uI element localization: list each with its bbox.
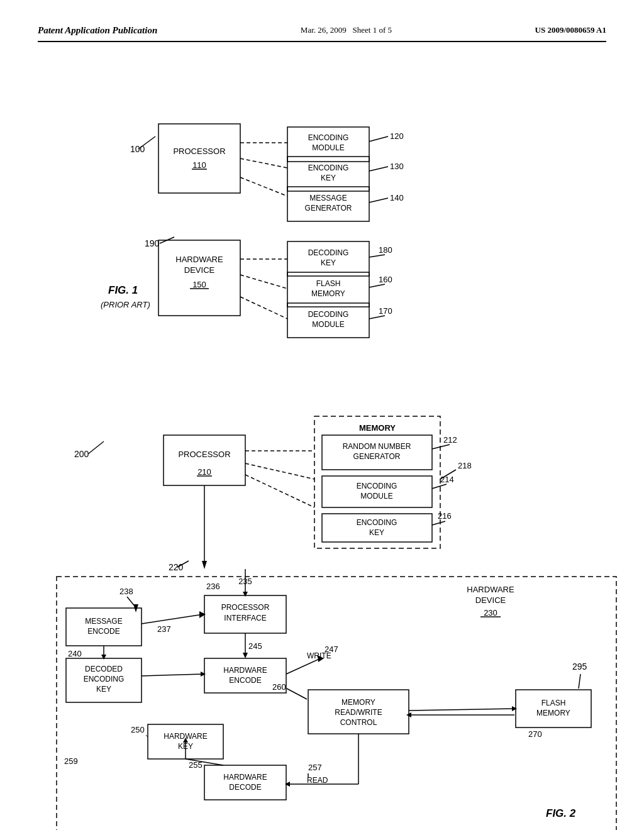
line-proc-to-enc-mod: [245, 463, 314, 479]
ref257-label: 257: [308, 763, 322, 772]
fig2-enc-key-line1: ENCODING: [357, 518, 397, 527]
header-left: Patent Application Publication: [38, 25, 157, 36]
svg-line-36: [579, 674, 580, 689]
ref216-label: 216: [438, 511, 452, 521]
svg-marker-33: [201, 672, 206, 677]
fig2-flash-line2: MEMORY: [536, 709, 570, 717]
message-gen-line1: MESSAGE: [309, 194, 347, 202]
ref259-label: 259: [64, 756, 78, 766]
encoding-module-line1: ENCODING: [308, 133, 349, 142]
ref236-label: 236: [206, 582, 220, 591]
decoded-enc-key-line1: DECODED: [85, 665, 123, 673]
rng-line2: GENERATOR: [353, 452, 401, 461]
fig1-diagram: 100 PROCESSOR 110 ENCODING MODULE 120: [39, 61, 605, 388]
hardware-device-num: 150: [192, 280, 206, 289]
ref240-label: 240: [68, 649, 82, 658]
line-proc-to-enc-key: [245, 475, 314, 507]
processor-text: PROCESSOR: [173, 147, 225, 156]
page-header: Patent Application Publication Mar. 26, …: [38, 25, 606, 42]
decoded-enc-key-line2: ENCODING: [84, 675, 125, 683]
ref180-label: 180: [379, 245, 392, 255]
svg-line-32: [142, 674, 203, 676]
hw-decode-line1: HARDWARE: [223, 773, 267, 782]
fig2-enc-module-line2: MODULE: [360, 492, 392, 501]
svg-line-2: [369, 136, 388, 141]
memory-label: MEMORY: [359, 423, 396, 433]
svg-line-37: [409, 709, 514, 711]
fig2-label: FIG. 2: [546, 807, 576, 819]
hardware-device-box: [158, 240, 240, 316]
fig1-prior-art: (PRIOR ART): [101, 300, 150, 309]
ref140-label: 140: [390, 193, 404, 202]
fig2-processor-box: [164, 435, 245, 485]
message-gen-line2: GENERATOR: [305, 204, 352, 213]
decoding-module-line2: MODULE: [312, 320, 344, 329]
header-date: Mar. 26, 2009: [301, 25, 347, 35]
line-proc-to-encoding-key: [240, 158, 287, 168]
ref214-label: 214: [440, 475, 454, 484]
svg-line-8: [369, 284, 385, 287]
ref218-label: 218: [458, 461, 472, 470]
ref190-label: 190: [145, 238, 160, 248]
ref237-label: 237: [157, 624, 171, 634]
line-hw-to-flash: [240, 275, 287, 289]
page: Patent Application Publication Mar. 26, …: [0, 0, 644, 830]
header-sheet: Sheet 1 of 5: [353, 25, 392, 35]
message-encode-line1: MESSAGE: [85, 617, 122, 626]
line-hw-to-decoding-module: [240, 297, 287, 319]
svg-marker-44: [285, 782, 290, 787]
hw-encode-line2: ENCODE: [229, 676, 261, 685]
message-encode-line2: ENCODE: [87, 627, 119, 636]
encoding-key-line2: KEY: [321, 174, 336, 182]
processor-num-text: 110: [192, 160, 206, 170]
ref120-label: 120: [390, 131, 404, 141]
svg-line-35: [287, 689, 307, 699]
ref220-label: 220: [169, 562, 184, 572]
decoded-enc-key-line3: KEY: [96, 685, 111, 694]
decoding-key-line2: KEY: [321, 258, 336, 267]
processor-box: [158, 124, 240, 193]
svg-line-9: [369, 316, 385, 319]
svg-marker-27: [243, 653, 248, 658]
line-proc-to-message-gen: [240, 177, 287, 196]
hardware-device-outer-box: [57, 577, 616, 830]
header-center: Mar. 26, 2009 Sheet 1 of 5: [301, 25, 392, 35]
proc-interface-line2: INTERFACE: [224, 614, 266, 622]
fig2-enc-module-line1: ENCODING: [357, 482, 397, 490]
ref260-label: 260: [272, 682, 286, 692]
svg-line-24: [142, 614, 203, 624]
ref250-label: 250: [131, 725, 145, 734]
fig2-enc-key-line2: KEY: [369, 528, 384, 537]
ref160-label: 160: [379, 275, 392, 284]
decoding-key-line1: DECODING: [308, 248, 349, 257]
header-right: US 2009/0080659 A1: [535, 25, 606, 35]
fig2-processor-text: PROCESSOR: [178, 450, 230, 459]
svg-line-15: [432, 521, 445, 525]
diagrams-container: 100 PROCESSOR 110 ENCODING MODULE 120: [38, 61, 606, 830]
rng-line1: RANDOM NUMBER: [343, 442, 411, 451]
svg-marker-23: [243, 592, 248, 597]
ref245-label: 245: [248, 641, 262, 651]
decoding-module-line1: DECODING: [308, 310, 349, 319]
memory-rw-line3: CONTROL: [340, 718, 377, 727]
fig2-diagram: 200 PROCESSOR 210 MEMORY RANDOM NUMBER G…: [38, 382, 641, 830]
ref170-label: 170: [379, 306, 392, 316]
hw-device-label2: DEVICE: [475, 595, 506, 605]
svg-marker-31: [101, 655, 106, 660]
hw-decode-line2: DECODE: [229, 783, 261, 792]
svg-line-12: [432, 445, 450, 449]
hardware-device-line2: DEVICE: [184, 265, 215, 275]
proc-interface-line1: PROCESSOR: [221, 603, 270, 612]
ref238-label: 238: [119, 587, 133, 596]
hardware-device-line1: HARDWARE: [175, 255, 223, 264]
read-label: READ: [307, 776, 328, 785]
flash-memory-line1: FLASH: [316, 279, 341, 288]
hw-device-label: HARDWARE: [467, 585, 514, 594]
ref295-label: 295: [572, 661, 587, 672]
ref130-label: 130: [390, 162, 404, 171]
ref270-label: 270: [528, 729, 542, 739]
fig1-label: FIG. 1: [108, 284, 138, 296]
svg-marker-38: [512, 706, 517, 711]
svg-line-7: [369, 255, 385, 257]
svg-line-4: [369, 198, 388, 202]
